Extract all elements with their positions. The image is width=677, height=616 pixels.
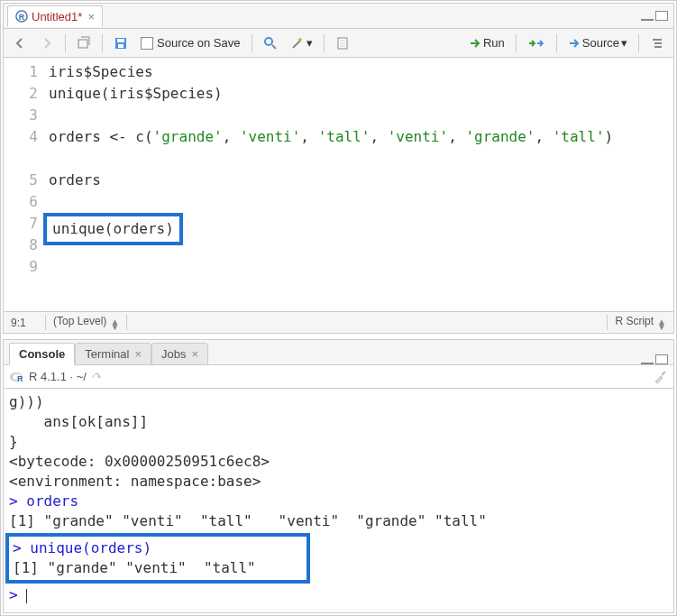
run-arrow-icon — [469, 38, 483, 49]
working-dir: ~/ — [77, 370, 87, 383]
jobs-tab[interactable]: Jobs× — [151, 343, 208, 365]
scope-selector[interactable]: (Top Level)▲▼ — [45, 315, 127, 330]
search-icon — [263, 36, 278, 51]
arrow-right-icon — [40, 36, 54, 51]
outline-icon — [650, 36, 664, 51]
popout-button[interactable] — [73, 34, 95, 52]
find-button[interactable] — [260, 34, 281, 52]
console-tab[interactable]: Console — [9, 343, 75, 365]
chevron-down-icon: ▾ — [306, 36, 313, 50]
close-icon[interactable]: × — [191, 347, 198, 361]
source-arrow-icon — [568, 38, 582, 49]
maximize-icon[interactable] — [655, 11, 668, 21]
tab-title: Untitled1* — [32, 10, 82, 23]
minimize-icon[interactable] — [641, 363, 654, 364]
svg-rect-2 — [78, 40, 87, 48]
brush-icon — [652, 369, 668, 385]
window-controls — [641, 11, 668, 21]
source-toolbar: Source on Save ▾ Run Source▾ — [4, 29, 673, 58]
console-tabbar: Console Terminal× Jobs× — [4, 340, 673, 365]
clear-console-button[interactable] — [652, 369, 668, 385]
rerun-icon — [527, 37, 545, 50]
svg-point-6 — [265, 38, 272, 45]
r-logo-icon: R — [9, 370, 23, 384]
maximize-icon[interactable] — [655, 354, 668, 364]
source-statusbar: 9:1 (Top Level)▲▼ R Script▲▼ — [4, 311, 673, 333]
save-button[interactable] — [110, 34, 132, 52]
updown-arrows-icon: ▲▼ — [657, 319, 666, 330]
run-button[interactable]: Run — [465, 34, 508, 51]
arrow-left-icon — [13, 36, 27, 51]
svg-text:R: R — [19, 13, 25, 22]
source-button[interactable]: Source▾ — [564, 34, 631, 51]
cursor-position: 9:1 — [4, 317, 45, 329]
save-icon — [114, 36, 128, 51]
wand-button[interactable]: ▾ — [287, 34, 316, 52]
source-tabbar: R Untitled1* × — [4, 4, 673, 29]
code-content[interactable]: iris$Speciesunique(iris$Species) orders … — [45, 58, 673, 311]
r-version: R 4.1.1 — [29, 370, 67, 383]
terminal-tab[interactable]: Terminal× — [75, 343, 151, 365]
console-info-bar: R R 4.1.1 · ~/ — [4, 365, 673, 389]
source-on-save-label: Source on Save — [157, 36, 241, 50]
checkbox-icon — [141, 37, 153, 50]
console-output[interactable]: g))) ans[ok[ans]]}<bytecode: 0x000002509… — [4, 389, 673, 612]
close-icon[interactable]: × — [134, 347, 142, 361]
window-controls — [641, 354, 668, 364]
r-file-icon: R — [15, 10, 28, 23]
back-button[interactable] — [9, 34, 31, 52]
updown-arrows-icon: ▲▼ — [110, 319, 119, 330]
language-selector[interactable]: R Script▲▼ — [607, 315, 673, 330]
svg-text:R: R — [17, 374, 23, 383]
notebook-icon — [335, 36, 350, 51]
forward-button[interactable] — [36, 34, 58, 52]
code-editor[interactable]: 123456789 iris$Speciesunique(iris$Specie… — [4, 58, 673, 311]
wand-icon — [290, 36, 305, 51]
popout-icon — [77, 36, 91, 51]
share-icon[interactable] — [90, 371, 103, 383]
source-on-save-checkbox[interactable]: Source on Save — [137, 34, 244, 51]
rerun-button[interactable] — [524, 35, 549, 51]
svg-rect-4 — [117, 39, 124, 42]
report-button[interactable] — [332, 34, 353, 52]
outline-button[interactable] — [646, 34, 668, 52]
source-file-tab[interactable]: R Untitled1* × — [7, 5, 103, 27]
source-label: Source — [582, 36, 619, 50]
svg-rect-5 — [118, 44, 124, 48]
source-panel: R Untitled1* × Source on Save ▾ Run Sour… — [3, 3, 674, 334]
line-gutter: 123456789 — [4, 58, 45, 311]
chevron-down-icon: ▾ — [621, 36, 627, 50]
close-tab-icon[interactable]: × — [87, 10, 95, 23]
minimize-icon[interactable] — [641, 19, 654, 21]
console-panel: Console Terminal× Jobs× R R 4.1.1 · ~/ g… — [3, 339, 674, 613]
run-label: Run — [483, 36, 505, 50]
